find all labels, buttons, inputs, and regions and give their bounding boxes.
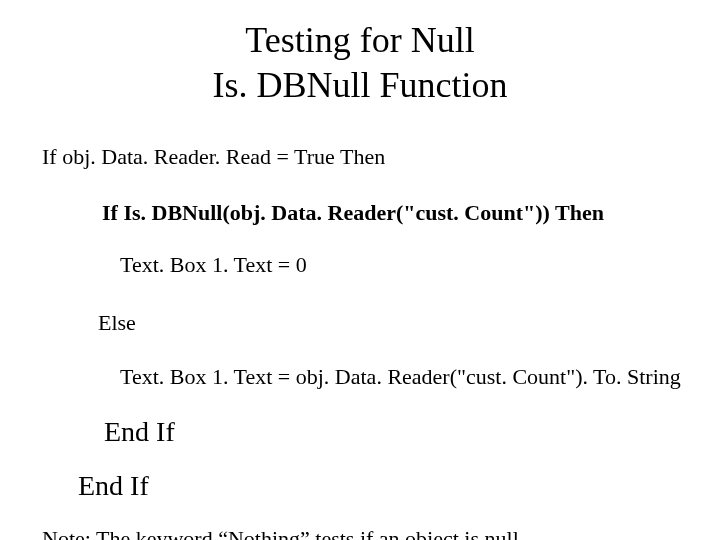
code-outer-if: If obj. Data. Reader. Read = True Then: [42, 146, 720, 168]
code-assign-zero: Text. Box 1. Text = 0: [120, 254, 720, 276]
code-endif-inner: End If: [104, 418, 720, 446]
slide-title: Testing for Null Is. DBNull Function: [0, 0, 720, 108]
note-text: Note: The keyword “Nothing” tests if an …: [42, 528, 720, 540]
code-inner-if: If Is. DBNull(obj. Data. Reader("cust. C…: [102, 202, 720, 224]
code-assign-tostring: Text. Box 1. Text = obj. Data. Reader("c…: [120, 366, 720, 388]
title-line-1: Testing for Null: [0, 18, 720, 63]
code-endif-outer: End If: [78, 472, 720, 500]
title-line-2: Is. DBNull Function: [0, 63, 720, 108]
slide-body: If obj. Data. Reader. Read = True Then I…: [0, 108, 720, 540]
code-else: Else: [98, 312, 720, 334]
